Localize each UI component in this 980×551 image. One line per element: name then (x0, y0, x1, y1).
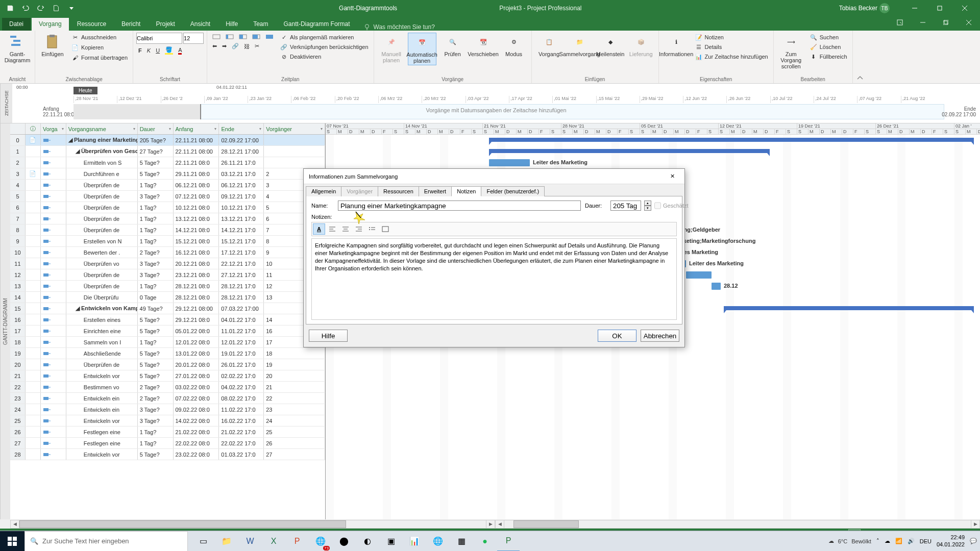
duration-spinner[interactable]: ▴▾ (644, 201, 651, 211)
task-information-dialog: Informationen zum Sammelvorgang ✕ Allgem… (303, 168, 685, 347)
help-button[interactable]: Hilfe (309, 330, 348, 342)
svg-rect-64 (382, 227, 388, 232)
dialog-tab-custom-fields[interactable]: Felder (benutzerdef.) (481, 186, 545, 196)
notes-label: Notizen: (311, 214, 332, 220)
estimated-checkbox[interactable] (654, 201, 661, 211)
name-label: Name: (311, 203, 334, 209)
cursor-highlight-icon (354, 211, 365, 222)
align-left-button[interactable] (326, 223, 338, 235)
svg-point-62 (369, 227, 370, 228)
svg-marker-65 (354, 212, 365, 224)
task-name-input[interactable] (338, 201, 581, 211)
duration-label: Dauer: (585, 203, 607, 209)
bullets-button[interactable] (366, 223, 378, 235)
svg-point-63 (369, 229, 370, 230)
cancel-button[interactable]: Abbrechen (641, 330, 679, 342)
dialog-tab-advanced[interactable]: Erweitert (419, 186, 452, 196)
dialog-tab-general[interactable]: Allgemein (306, 186, 341, 196)
dialog-close-button[interactable]: ✕ (662, 170, 682, 183)
dialog-tab-predecessors[interactable]: Vorgänger (341, 186, 378, 196)
duration-input[interactable] (610, 201, 641, 211)
dialog-tab-resources[interactable]: Ressourcen (378, 186, 419, 196)
dialog-tab-notes[interactable]: Notizen (451, 186, 481, 196)
insert-object-button[interactable] (379, 223, 391, 235)
align-center-button[interactable] (339, 223, 352, 235)
dialog-title: Informationen zum Sammelvorgang (309, 173, 398, 180)
ok-button[interactable]: OK (598, 330, 636, 342)
dialog-overlay: Informationen zum Sammelvorgang ✕ Allgem… (0, 0, 980, 551)
notes-textarea[interactable]: Erfolgreiche Kampagnen sind sorgfältig v… (311, 238, 677, 320)
font-format-button[interactable]: A (313, 223, 325, 235)
align-right-button[interactable] (353, 223, 365, 235)
